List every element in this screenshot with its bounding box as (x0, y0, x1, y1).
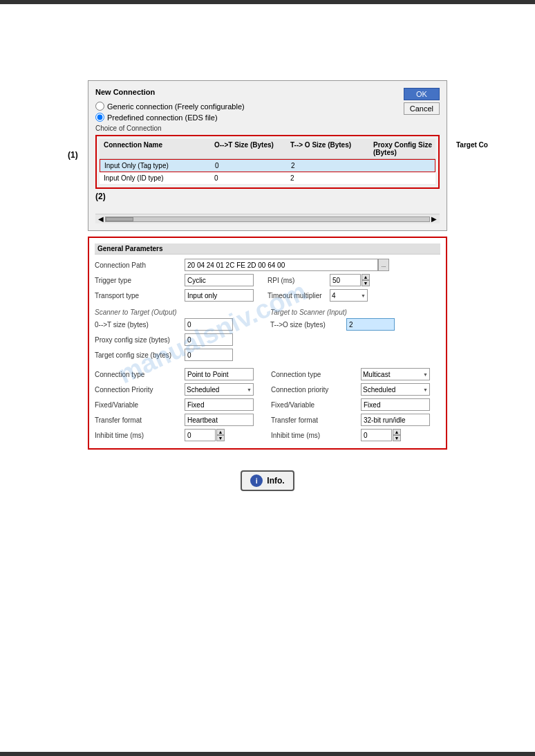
rpi-label: RPI (ms) (268, 277, 330, 284)
conn-type-row: Connection type Connection type Multicas… (95, 368, 440, 380)
to-size-input[interactable] (346, 318, 395, 331)
connection-path-row: Connection Path ... (95, 259, 440, 271)
rpi-down[interactable]: ▼ (362, 280, 370, 286)
radio-predefined-label: Predefined connection (EDS file) (107, 113, 218, 122)
fixed-var-right-input[interactable] (361, 398, 430, 411)
col-proxy-size: Proxy Config Size (Bytes) (372, 140, 455, 157)
connection-path-input[interactable] (185, 259, 378, 271)
conn-type-right-select[interactable]: Multicast Point to Point (361, 368, 430, 380)
cancel-button[interactable]: Cancel (404, 102, 440, 115)
rpi-up[interactable]: ▲ (362, 274, 370, 280)
conn-priority-right-select[interactable]: Scheduled Urgent (361, 383, 430, 396)
ok-cancel-area: OK Cancel (404, 88, 440, 115)
inhibit-right-row: Inhibit time (ms) ▲ ▼ (271, 429, 440, 441)
two-col-section: Scanner to Target (Output) 0-->T size (b… (95, 306, 440, 364)
table-body: Input Only (Tag type) 0 2 Input Only (ID… (100, 159, 435, 185)
row1-ot: 0 (214, 161, 290, 170)
conn-type-right-row: Connection type Multicast Point to Point (271, 368, 440, 380)
new-connection-dialog: New Connection OK Cancel Generic connect… (88, 80, 447, 231)
ot-size-input[interactable] (185, 318, 233, 331)
conn-type-right-label: Connection type (271, 371, 361, 378)
inhibit-left-btns: ▲ ▼ (216, 429, 225, 441)
scrollbar[interactable]: ◀ ▶ (95, 214, 440, 223)
conn-priority-left-label: Connection Priority (95, 386, 185, 394)
inhibit-right-up[interactable]: ▲ (393, 429, 401, 435)
rpi-spinner-btns: ▲ ▼ (362, 274, 370, 286)
proxy-config-input[interactable] (185, 333, 233, 346)
transfer-left-input[interactable] (185, 414, 254, 426)
inhibit-left-up[interactable]: ▲ (216, 429, 225, 435)
conn-priority-left-row: Connection Priority Scheduled Urgent (95, 383, 264, 396)
inhibit-left-label: Inhibit time (ms) (95, 432, 185, 439)
target-config-input[interactable] (185, 349, 233, 361)
scroll-track[interactable] (105, 216, 430, 222)
transport-label: Transport type (95, 292, 185, 299)
label-1: (1) (68, 150, 78, 160)
transport-timeout-row: Transport type Timeout multiplier 4 2 8 (95, 289, 440, 302)
fixed-var-left-input[interactable] (185, 398, 254, 411)
gp-title: General Parameters (95, 243, 440, 255)
radio-generic-row: Generic connection (Freely configurable) (95, 102, 440, 111)
timeout-select[interactable]: 4 2 8 (330, 289, 368, 302)
fixed-var-right-label: Fixed/Variable (271, 401, 361, 409)
transfer-right-input[interactable] (361, 414, 430, 426)
inhibit-right-down[interactable]: ▼ (393, 435, 401, 441)
table-row[interactable]: Input Only (ID type) 0 2 (100, 172, 435, 185)
inhibit-left-row: Inhibit time (ms) ▲ ▼ (95, 429, 264, 441)
inhibit-left-spinner: ▲ ▼ (185, 429, 225, 441)
choice-table-section: Connection Name O-->T Size (Bytes) T--> … (95, 135, 440, 189)
inhibit-left-down[interactable]: ▼ (216, 435, 225, 441)
trigger-row: Trigger type (95, 274, 254, 286)
conn-priority-right-wrapper: Scheduled Urgent (361, 383, 430, 396)
table-row[interactable]: Input Only (Tag type) 0 2 (100, 159, 435, 172)
to-size-label: T-->O size (bytes) (270, 321, 346, 329)
row2-name: Input Only (ID type) (102, 174, 213, 183)
conn-priority-left-select[interactable]: Scheduled Urgent (185, 383, 254, 396)
row2-target (455, 174, 510, 183)
label-2: (2) (95, 192, 106, 201)
col-target: Target Co (455, 140, 510, 157)
info-button[interactable]: i Info. (241, 470, 294, 491)
row1-target (456, 161, 511, 170)
inhibit-right-btns: ▲ ▼ (393, 429, 401, 441)
fixed-var-right-row: Fixed/Variable (271, 398, 440, 411)
trigger-input[interactable] (185, 274, 254, 286)
col-to-size: T--> O Size (Bytes) (289, 140, 372, 157)
conn-priority-row: Connection Priority Scheduled Urgent Con… (95, 383, 440, 396)
trigger-label: Trigger type (95, 277, 185, 284)
inhibit-right-input[interactable] (361, 429, 392, 441)
fixed-var-left-label: Fixed/Variable (95, 401, 185, 409)
rpi-spinner: ▲ ▼ (330, 274, 370, 286)
transport-input[interactable] (185, 289, 254, 302)
radio-predefined[interactable] (95, 113, 104, 122)
trigger-rpi-row: Trigger type RPI (ms) ▲ ▼ (95, 274, 440, 286)
radio-generic[interactable] (95, 102, 104, 111)
to-size-row: T-->O size (bytes) (270, 318, 440, 331)
fixed-var-left-row: Fixed/Variable (95, 398, 264, 411)
conn-type-left-input[interactable] (185, 368, 254, 380)
proxy-config-label: Proxy config size (bytes) (95, 336, 185, 344)
row1-proxy (373, 161, 456, 170)
col-ot-size: O-->T Size (Bytes) (213, 140, 289, 157)
rpi-row: RPI (ms) ▲ ▼ (268, 274, 370, 286)
fixed-var-row: Fixed/Variable Fixed/Variable (95, 398, 440, 411)
timeout-row: Timeout multiplier 4 2 8 (268, 289, 368, 302)
inhibit-left-input[interactable] (185, 429, 216, 441)
conn-type-left-row: Connection type (95, 368, 264, 380)
info-icon: i (250, 474, 263, 487)
inhibit-right-label: Inhibit time (ms) (271, 432, 361, 439)
scroll-thumb[interactable] (106, 217, 133, 221)
rpi-input[interactable] (330, 274, 361, 286)
choice-label: Choice of Connection (95, 125, 440, 132)
bottom-bar (0, 752, 535, 756)
conn-priority-right-row: Connection priority Scheduled Urgent (271, 383, 440, 396)
row1-to: 2 (290, 161, 373, 170)
radio-generic-label: Generic connection (Freely configurable) (107, 102, 245, 111)
ok-button[interactable]: OK (404, 88, 440, 100)
inhibit-right-spinner: ▲ ▼ (361, 429, 401, 441)
connection-path-browse[interactable]: ... (378, 259, 389, 271)
transfer-left-label: Transfer format (95, 416, 185, 424)
transport-row: Transport type (95, 289, 254, 302)
scanner-to-target-col: Scanner to Target (Output) 0-->T size (b… (95, 306, 265, 364)
col-connection-name: Connection Name (102, 140, 213, 157)
